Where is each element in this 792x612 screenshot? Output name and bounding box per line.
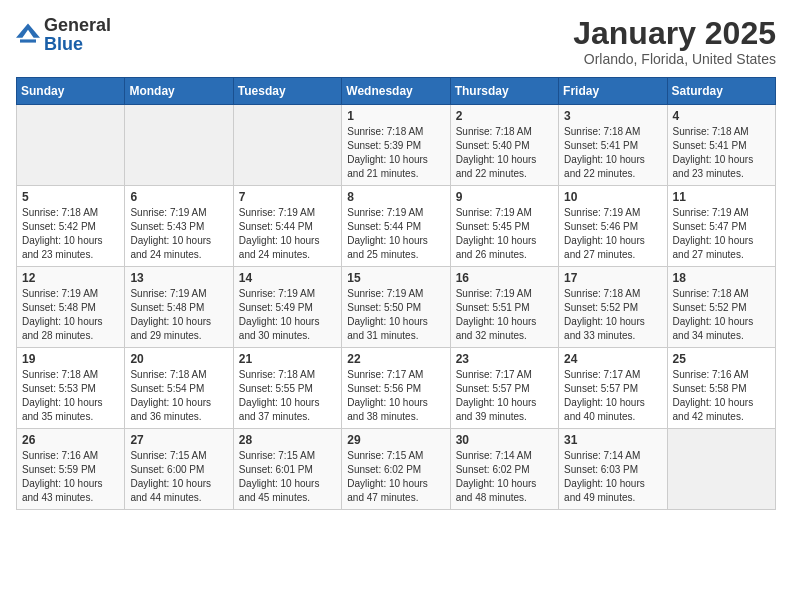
calendar-cell: 15Sunrise: 7:19 AMSunset: 5:50 PMDayligh…: [342, 267, 450, 348]
day-number: 22: [347, 352, 444, 366]
day-info: Sunrise: 7:18 AMSunset: 5:53 PMDaylight:…: [22, 368, 119, 424]
day-number: 1: [347, 109, 444, 123]
day-info: Sunrise: 7:17 AMSunset: 5:57 PMDaylight:…: [456, 368, 553, 424]
day-info: Sunrise: 7:19 AMSunset: 5:44 PMDaylight:…: [347, 206, 444, 262]
day-info: Sunrise: 7:19 AMSunset: 5:45 PMDaylight:…: [456, 206, 553, 262]
calendar-cell: 16Sunrise: 7:19 AMSunset: 5:51 PMDayligh…: [450, 267, 558, 348]
day-info: Sunrise: 7:18 AMSunset: 5:41 PMDaylight:…: [673, 125, 770, 181]
day-info: Sunrise: 7:15 AMSunset: 6:02 PMDaylight:…: [347, 449, 444, 505]
day-number: 12: [22, 271, 119, 285]
day-info: Sunrise: 7:16 AMSunset: 5:59 PMDaylight:…: [22, 449, 119, 505]
day-info: Sunrise: 7:18 AMSunset: 5:52 PMDaylight:…: [564, 287, 661, 343]
day-info: Sunrise: 7:14 AMSunset: 6:03 PMDaylight:…: [564, 449, 661, 505]
day-info: Sunrise: 7:18 AMSunset: 5:39 PMDaylight:…: [347, 125, 444, 181]
day-info: Sunrise: 7:19 AMSunset: 5:51 PMDaylight:…: [456, 287, 553, 343]
header-sunday: Sunday: [17, 78, 125, 105]
day-number: 18: [673, 271, 770, 285]
calendar-cell: 8Sunrise: 7:19 AMSunset: 5:44 PMDaylight…: [342, 186, 450, 267]
day-number: 8: [347, 190, 444, 204]
day-number: 21: [239, 352, 336, 366]
day-info: Sunrise: 7:19 AMSunset: 5:49 PMDaylight:…: [239, 287, 336, 343]
calendar-cell: 29Sunrise: 7:15 AMSunset: 6:02 PMDayligh…: [342, 429, 450, 510]
calendar-cell: 3Sunrise: 7:18 AMSunset: 5:41 PMDaylight…: [559, 105, 667, 186]
day-number: 11: [673, 190, 770, 204]
day-info: Sunrise: 7:15 AMSunset: 6:00 PMDaylight:…: [130, 449, 227, 505]
svg-marker-0: [16, 23, 40, 37]
header-monday: Monday: [125, 78, 233, 105]
header-wednesday: Wednesday: [342, 78, 450, 105]
day-number: 24: [564, 352, 661, 366]
logo-text-general: General: [44, 15, 111, 35]
calendar-cell: 6Sunrise: 7:19 AMSunset: 5:43 PMDaylight…: [125, 186, 233, 267]
calendar-cell: 18Sunrise: 7:18 AMSunset: 5:52 PMDayligh…: [667, 267, 775, 348]
day-number: 10: [564, 190, 661, 204]
logo-icon: [16, 23, 40, 43]
header-tuesday: Tuesday: [233, 78, 341, 105]
day-number: 29: [347, 433, 444, 447]
day-info: Sunrise: 7:18 AMSunset: 5:55 PMDaylight:…: [239, 368, 336, 424]
day-number: 25: [673, 352, 770, 366]
svg-marker-1: [20, 39, 36, 42]
day-number: 20: [130, 352, 227, 366]
calendar-cell: 10Sunrise: 7:19 AMSunset: 5:46 PMDayligh…: [559, 186, 667, 267]
day-info: Sunrise: 7:18 AMSunset: 5:54 PMDaylight:…: [130, 368, 227, 424]
calendar-cell: [667, 429, 775, 510]
logo: General Blue: [16, 16, 111, 54]
day-number: 15: [347, 271, 444, 285]
day-info: Sunrise: 7:19 AMSunset: 5:47 PMDaylight:…: [673, 206, 770, 262]
calendar-cell: 31Sunrise: 7:14 AMSunset: 6:03 PMDayligh…: [559, 429, 667, 510]
day-info: Sunrise: 7:19 AMSunset: 5:50 PMDaylight:…: [347, 287, 444, 343]
day-info: Sunrise: 7:18 AMSunset: 5:52 PMDaylight:…: [673, 287, 770, 343]
calendar-cell: [17, 105, 125, 186]
day-number: 16: [456, 271, 553, 285]
day-number: 19: [22, 352, 119, 366]
calendar-cell: 20Sunrise: 7:18 AMSunset: 5:54 PMDayligh…: [125, 348, 233, 429]
calendar-cell: 27Sunrise: 7:15 AMSunset: 6:00 PMDayligh…: [125, 429, 233, 510]
calendar-header-row: SundayMondayTuesdayWednesdayThursdayFrid…: [17, 78, 776, 105]
calendar-cell: 28Sunrise: 7:15 AMSunset: 6:01 PMDayligh…: [233, 429, 341, 510]
day-number: 7: [239, 190, 336, 204]
calendar-cell: 14Sunrise: 7:19 AMSunset: 5:49 PMDayligh…: [233, 267, 341, 348]
day-info: Sunrise: 7:17 AMSunset: 5:56 PMDaylight:…: [347, 368, 444, 424]
day-number: 17: [564, 271, 661, 285]
calendar-cell: [233, 105, 341, 186]
calendar-cell: 2Sunrise: 7:18 AMSunset: 5:40 PMDaylight…: [450, 105, 558, 186]
calendar-week-row: 5Sunrise: 7:18 AMSunset: 5:42 PMDaylight…: [17, 186, 776, 267]
day-number: 30: [456, 433, 553, 447]
day-number: 5: [22, 190, 119, 204]
day-number: 6: [130, 190, 227, 204]
calendar-week-row: 26Sunrise: 7:16 AMSunset: 5:59 PMDayligh…: [17, 429, 776, 510]
day-number: 27: [130, 433, 227, 447]
calendar-cell: 5Sunrise: 7:18 AMSunset: 5:42 PMDaylight…: [17, 186, 125, 267]
calendar-cell: 22Sunrise: 7:17 AMSunset: 5:56 PMDayligh…: [342, 348, 450, 429]
day-number: 3: [564, 109, 661, 123]
calendar-cell: 24Sunrise: 7:17 AMSunset: 5:57 PMDayligh…: [559, 348, 667, 429]
calendar-cell: 12Sunrise: 7:19 AMSunset: 5:48 PMDayligh…: [17, 267, 125, 348]
day-number: 31: [564, 433, 661, 447]
calendar-cell: 30Sunrise: 7:14 AMSunset: 6:02 PMDayligh…: [450, 429, 558, 510]
calendar-cell: 26Sunrise: 7:16 AMSunset: 5:59 PMDayligh…: [17, 429, 125, 510]
calendar-cell: [125, 105, 233, 186]
day-info: Sunrise: 7:17 AMSunset: 5:57 PMDaylight:…: [564, 368, 661, 424]
calendar-table: SundayMondayTuesdayWednesdayThursdayFrid…: [16, 77, 776, 510]
day-info: Sunrise: 7:19 AMSunset: 5:46 PMDaylight:…: [564, 206, 661, 262]
calendar-cell: 4Sunrise: 7:18 AMSunset: 5:41 PMDaylight…: [667, 105, 775, 186]
day-info: Sunrise: 7:18 AMSunset: 5:40 PMDaylight:…: [456, 125, 553, 181]
calendar-cell: 1Sunrise: 7:18 AMSunset: 5:39 PMDaylight…: [342, 105, 450, 186]
day-number: 28: [239, 433, 336, 447]
day-number: 14: [239, 271, 336, 285]
calendar-cell: 21Sunrise: 7:18 AMSunset: 5:55 PMDayligh…: [233, 348, 341, 429]
day-info: Sunrise: 7:19 AMSunset: 5:48 PMDaylight:…: [22, 287, 119, 343]
calendar-cell: 9Sunrise: 7:19 AMSunset: 5:45 PMDaylight…: [450, 186, 558, 267]
day-number: 2: [456, 109, 553, 123]
calendar-cell: 23Sunrise: 7:17 AMSunset: 5:57 PMDayligh…: [450, 348, 558, 429]
day-info: Sunrise: 7:15 AMSunset: 6:01 PMDaylight:…: [239, 449, 336, 505]
calendar-cell: 25Sunrise: 7:16 AMSunset: 5:58 PMDayligh…: [667, 348, 775, 429]
logo-text-blue: Blue: [44, 34, 83, 54]
header-friday: Friday: [559, 78, 667, 105]
day-info: Sunrise: 7:16 AMSunset: 5:58 PMDaylight:…: [673, 368, 770, 424]
day-number: 13: [130, 271, 227, 285]
day-number: 9: [456, 190, 553, 204]
day-number: 4: [673, 109, 770, 123]
day-info: Sunrise: 7:18 AMSunset: 5:41 PMDaylight:…: [564, 125, 661, 181]
